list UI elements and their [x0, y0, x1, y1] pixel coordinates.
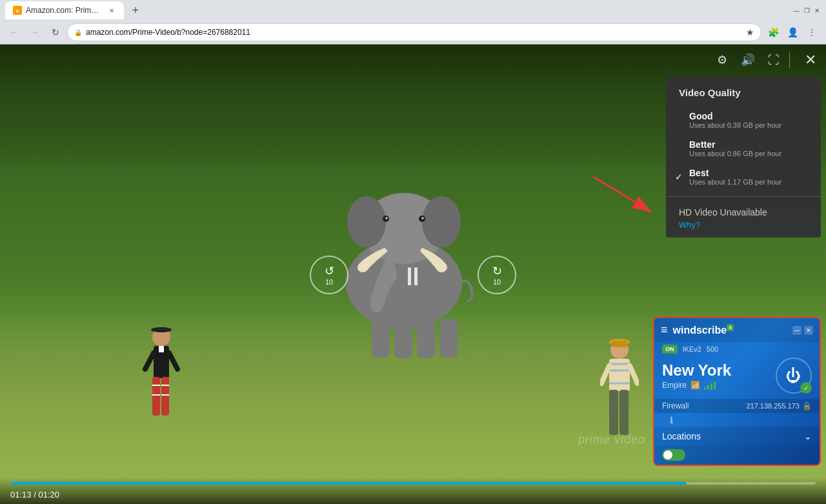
svg-line-34 [601, 366, 609, 383]
svg-rect-8 [372, 319, 390, 358]
back-button[interactable]: ← [5, 23, 23, 41]
vpn-window-controls: — ✕ [792, 326, 813, 335]
fullscreen-button[interactable]: ⛶ [763, 50, 784, 70]
browser-tab[interactable]: a Amazon.com: Prime Video ✕ [5, 1, 124, 19]
settings-button[interactable]: ⚙ [712, 50, 732, 70]
vpn-connected-badge: ✓ [800, 382, 812, 394]
svg-point-13 [151, 327, 172, 332]
svg-point-5 [386, 217, 388, 219]
red-arrow [587, 170, 665, 225]
extensions-button[interactable]: 🧩 [764, 23, 782, 41]
video-close-button[interactable]: ✕ [800, 50, 821, 70]
vpn-server-name: Empire [662, 381, 687, 390]
tab-favicon: a [13, 6, 22, 15]
new-tab-button[interactable]: + [126, 1, 145, 19]
svg-rect-17 [161, 377, 169, 416]
vpn-port: 500 [707, 345, 718, 353]
vpn-firewall-row: Firewall 217.138.255.173 🔒 [654, 399, 820, 413]
address-bar[interactable]: 🔒 amazon.com/Prime-Video/b?node=26768820… [67, 23, 761, 41]
vpn-toggle-knob [663, 450, 672, 459]
vpn-info-row: ℹ [654, 413, 820, 427]
svg-line-23 [169, 353, 177, 369]
svg-line-37 [594, 177, 652, 212]
svg-rect-15 [159, 346, 164, 352]
skip-back-button[interactable]: ↺ 10 [310, 256, 348, 294]
vpn-wifi-icon: 📶 [690, 381, 700, 390]
vpn-protocol: IKEv2 [683, 345, 701, 353]
svg-point-3 [422, 196, 461, 248]
vpn-locations-label: Locations [662, 431, 804, 441]
vpn-lock-icon: 🔒 [802, 401, 812, 410]
time-display: 01:13 / 01:20 [10, 490, 59, 499]
vpn-info-icon[interactable]: ℹ [662, 412, 681, 428]
progress-fill [10, 482, 687, 485]
svg-rect-33 [620, 390, 629, 435]
reload-button[interactable]: ↻ [46, 23, 65, 41]
vpn-menu-icon[interactable]: ≡ [661, 323, 668, 337]
pause-button[interactable]: ⏸ [400, 257, 426, 292]
quality-best-option[interactable]: Best Uses about 1.17 GB per hour [666, 163, 821, 191]
controls-row: 01:13 / 01:20 [10, 490, 816, 499]
star-icon[interactable]: ★ [746, 27, 754, 37]
player-top-controls: ⚙ 🔊 ⛶ ✕ [712, 50, 821, 70]
quality-better-label: Better [689, 139, 808, 150]
vpn-locations-button[interactable]: Locations ⌄ [654, 427, 820, 445]
quality-good-label: Good [689, 111, 808, 121]
forward-button[interactable]: → [26, 23, 44, 41]
skip-forward-button[interactable]: ↻ 10 [478, 256, 516, 294]
svg-rect-26 [612, 341, 627, 347]
vpn-power-button[interactable]: ⏻ ✓ [776, 358, 812, 394]
svg-rect-32 [609, 390, 618, 435]
browser-toolbar: ← → ↻ 🔒 amazon.com/Prime-Video/b?node=26… [0, 21, 826, 44]
vpn-logo: windscribeS [673, 325, 787, 336]
volume-button[interactable]: 🔊 [738, 50, 758, 70]
vpn-power-icon: ⏻ [786, 367, 801, 385]
toolbar-right: 🧩 👤 ⋮ [764, 23, 821, 41]
quality-better-desc: Uses about 0.86 GB per hour [689, 150, 808, 157]
hd-why-link[interactable]: Why? [679, 220, 808, 230]
quality-good-desc: Uses about 0.38 GB per hour [689, 121, 808, 129]
quality-best-label: Best [689, 168, 808, 178]
quality-better-option[interactable]: Better Uses about 0.86 GB per hour [666, 134, 821, 163]
profile-button[interactable]: 👤 [783, 23, 801, 41]
current-time: 01:13 [10, 490, 32, 499]
vpn-city: New York [662, 361, 776, 380]
total-time: 01:20 [38, 490, 59, 499]
video-controls: 01:13 / 01:20 [0, 477, 826, 504]
window-controls: — ❐ ✕ [792, 6, 821, 14]
elephant-graphic [314, 128, 494, 363]
svg-rect-10 [417, 321, 435, 358]
close-button[interactable]: ✕ [813, 6, 821, 14]
vpn-firewall-label: Firewall [662, 401, 746, 410]
svg-line-35 [630, 366, 638, 383]
vpn-toggle[interactable] [662, 449, 685, 461]
svg-rect-9 [394, 321, 412, 358]
vpn-chevron-icon: ⌄ [804, 431, 812, 441]
progress-bar[interactable] [10, 482, 816, 485]
video-area: ↺ 10 ⏸ ↻ 10 ⚙ 🔊 ⛶ ✕ Video Quality Good U… [0, 45, 826, 504]
vpn-location-info: New York Empire 📶 [662, 361, 776, 390]
center-controls: ↺ 10 ⏸ ↻ 10 [310, 256, 516, 294]
vpn-footer [654, 445, 820, 465]
browser-chrome: a Amazon.com: Prime Video ✕ + — ❐ ✕ ← → … [0, 0, 826, 45]
quality-divider [666, 196, 821, 197]
browser-titlebar: a Amazon.com: Prime Video ✕ + — ❐ ✕ [0, 0, 826, 21]
minimize-button[interactable]: — [792, 6, 800, 14]
maximize-button[interactable]: ❐ [803, 6, 811, 14]
tab-close-button[interactable]: ✕ [107, 6, 116, 15]
hd-unavailable-section: HD Video Unavailable Why? [666, 202, 821, 232]
svg-line-22 [145, 353, 154, 369]
more-menu-button[interactable]: ⋮ [803, 23, 821, 41]
quality-panel-title: Video Quality [666, 87, 821, 106]
quality-best-desc: Uses about 1.17 GB per hour [689, 178, 808, 186]
svg-rect-16 [152, 377, 160, 416]
vpn-status-indicator: ON [662, 345, 678, 354]
vpn-ip-address: 217.138.255.173 [746, 402, 800, 410]
vpn-close-button[interactable]: ✕ [804, 326, 813, 335]
tab-title: Amazon.com: Prime Video [26, 6, 103, 15]
quality-good-option[interactable]: Good Uses about 0.38 GB per hour [666, 106, 821, 134]
prime-video-logo: prime video [578, 433, 645, 447]
vpn-server-row: Empire 📶 [662, 381, 776, 390]
vpn-minimize-button[interactable]: — [792, 326, 801, 335]
lock-icon: 🔒 [74, 29, 82, 36]
